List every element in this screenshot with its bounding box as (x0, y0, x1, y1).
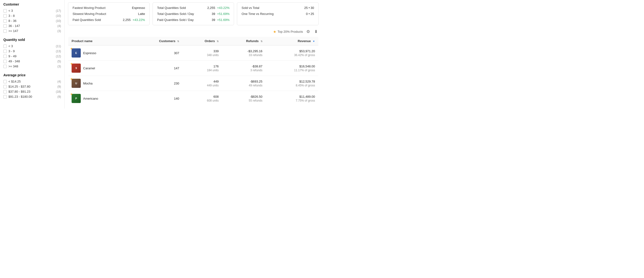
filter-item[interactable]: < 3 (11) (3, 44, 61, 49)
product-name: Mocha (83, 82, 92, 85)
filter-item[interactable]: 3 - 8 (10) (3, 13, 61, 18)
table-row: ★ E Espresso 307 339 348 units -$3,295.1… (68, 45, 319, 61)
quantity-filter-title: Quantity sold (3, 38, 61, 42)
filter-item[interactable]: $91.23 - $180.00 (9) (3, 94, 61, 99)
filter-item[interactable]: 3 - 9 (13) (3, 49, 61, 54)
table-row: ★ P Americano 140 608 608 units -$826.50… (68, 91, 319, 106)
paid-qty-day-label: Paid Quantities Sold / Day (157, 18, 194, 22)
table-header-row: Product name Customers ⇅ Orders ⇅ Refund… (68, 37, 319, 45)
revenue-sub: 11.17% of gross (269, 69, 315, 72)
filter-item[interactable]: >= 147 (3) (3, 28, 61, 33)
filter-item[interactable]: 49 - 348 (5) (3, 59, 61, 64)
product-name: Caramel (83, 66, 95, 70)
filter-checkbox[interactable] (3, 65, 7, 68)
revenue-main: $16,548.00 (269, 64, 315, 68)
slowest-product-value: Latte (138, 12, 145, 16)
orders-sub: 449 units (186, 84, 218, 87)
filter-count: (18) (56, 90, 61, 93)
orders-main: 449 (186, 80, 218, 83)
product-img-wrap: ★ U (72, 79, 81, 88)
product-img-wrap: ★ E (72, 48, 81, 58)
filter-item[interactable]: 36 - 147 (4) (3, 23, 61, 28)
customers-value: 307 (174, 51, 179, 55)
filter-checkbox[interactable] (3, 80, 7, 83)
filter-item[interactable]: >= 348 (3) (3, 64, 61, 69)
filter-item-left: >= 147 (3, 29, 18, 33)
refunds-sub: 55 refunds (225, 99, 262, 102)
filter-item[interactable]: 9 - 49 (12) (3, 54, 61, 59)
stat-row-sold-vs-total: Sold vs Total 25 • 30 (242, 6, 314, 10)
top-20-badge: ★ Top 20% Products (273, 30, 303, 34)
revenue-main: $53,971.20 (269, 49, 315, 53)
main-content: Fastest Moving Product Espresso Slowest … (64, 0, 322, 109)
filter-label: < $14.25 (8, 80, 21, 83)
table-area: ★ Top 20% Products ⚙ ⬇ Product name Cust… (68, 29, 319, 106)
refunds-sort-icon: ⇅ (260, 40, 262, 43)
filter-checkbox[interactable] (3, 14, 7, 17)
revenue-cell: $12,529.78 8.45% of gross (266, 76, 319, 91)
total-qty-label: Total Quantities Sold (157, 6, 186, 10)
filter-checkbox[interactable] (3, 60, 7, 63)
filter-item[interactable]: $14.25 - $37.80 (9) (3, 84, 61, 89)
product-cell: ★ U Mocha (72, 79, 128, 88)
filter-label: < 3 (8, 44, 13, 48)
col-revenue[interactable]: Revenue ▼ (266, 37, 319, 45)
product-cell: ★ P Americano (72, 94, 128, 103)
refunds-main: -$3,295.16 (225, 49, 262, 53)
filter-checkbox[interactable] (3, 29, 7, 33)
top-20-label: Top 20% Products (278, 30, 303, 33)
revenue-sub: 36.42% of gross (269, 53, 315, 57)
settings-button[interactable]: ⚙ (305, 29, 311, 35)
col-customers[interactable]: Customers ⇅ (132, 37, 183, 45)
product-name: Americano (83, 97, 98, 100)
filter-label: $14.25 - $37.80 (8, 85, 30, 88)
product-image: E (72, 48, 81, 58)
paid-qty-label: Paid Quantities Sold (72, 18, 101, 22)
filter-checkbox[interactable] (3, 55, 7, 58)
filter-label: 49 - 348 (8, 59, 20, 63)
customers-cell: 140 (132, 91, 183, 106)
refunds-sub: 33 refunds (225, 53, 262, 57)
filter-count: (3) (57, 65, 61, 68)
filter-checkbox[interactable] (3, 24, 7, 28)
filter-label: 3 - 8 (8, 14, 15, 17)
filter-item[interactable]: 8 - 36 (10) (3, 18, 61, 23)
download-button[interactable]: ⬇ (313, 29, 319, 35)
orders-cell: 449 449 units (182, 76, 222, 91)
filter-item[interactable]: $37.80 - $91.23 (18) (3, 89, 61, 94)
filter-count: (13) (56, 50, 61, 53)
paid-qty-day-value: 39 (212, 18, 215, 22)
col-refunds[interactable]: Refunds ⇅ (222, 37, 266, 45)
total-qty-day-value: 39 (212, 12, 215, 16)
filter-checkbox[interactable] (3, 90, 7, 93)
filter-checkbox[interactable] (3, 44, 7, 48)
total-qty-change: +43.22% (217, 6, 230, 10)
filter-checkbox[interactable] (3, 95, 7, 98)
filter-label: < 3 (8, 9, 13, 12)
orders-main: 339 (186, 49, 218, 53)
product-cell-td: ★ E Espresso (68, 45, 132, 61)
filter-count: (11) (56, 44, 61, 48)
product-star-icon: ★ (70, 77, 73, 81)
filter-checkbox[interactable] (3, 85, 7, 88)
filter-count: (9) (57, 85, 61, 88)
filter-count: (10) (56, 19, 61, 23)
col-orders[interactable]: Orders ⇅ (182, 37, 222, 45)
filter-checkbox[interactable] (3, 50, 7, 53)
product-cell-td: ★ P Americano (68, 91, 132, 106)
product-img-label: E (75, 51, 77, 54)
revenue-sort-icon: ▼ (312, 40, 315, 43)
filter-checkbox[interactable] (3, 9, 7, 12)
customers-value: 140 (174, 97, 179, 100)
filter-checkbox[interactable] (3, 19, 7, 23)
filter-item[interactable]: < $14.25 (4) (3, 79, 61, 84)
filter-item[interactable]: < 3 (17) (3, 8, 61, 13)
orders-cell: 608 608 units (182, 91, 222, 106)
filter-item-left: < $14.25 (3, 80, 21, 83)
filter-count: (3) (57, 29, 61, 33)
filter-label: 36 - 147 (8, 24, 20, 28)
filter-item-left: < 3 (3, 9, 13, 12)
star-icon: ★ (273, 30, 276, 34)
revenue-sub: 7.75% of gross (269, 99, 315, 102)
filter-item-left: < 3 (3, 44, 13, 48)
